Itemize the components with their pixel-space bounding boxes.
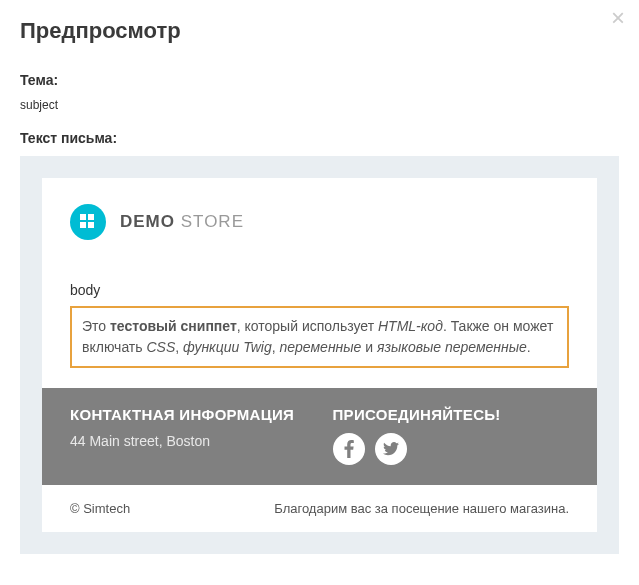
footer-social-col: ПРИСОЕДИНЯЙТЕСЬ! [333, 406, 570, 465]
email-body-text: body [70, 282, 569, 298]
svg-rect-0 [80, 214, 86, 220]
social-icons [333, 433, 570, 465]
footer-contact-address: 44 Main street, Boston [70, 433, 307, 449]
snippet-box: Это тестовый сниппет, который использует… [70, 306, 569, 368]
facebook-icon[interactable] [333, 433, 365, 465]
svg-rect-1 [88, 214, 94, 220]
email-content: DEMO STORE body Это тестовый сниппет, ко… [42, 178, 597, 388]
logo-text: DEMO STORE [120, 212, 244, 232]
subject-value: subject [20, 98, 619, 112]
snippet-text: Это [82, 318, 110, 334]
footer-contact-heading: КОНТАКТНАЯ ИНФОРМАЦИЯ [70, 406, 307, 423]
snippet-italic: языковые переменные [377, 339, 527, 355]
logo-text-bold: DEMO [120, 212, 175, 231]
modal-body: Тема: subject Текст письма: DEMO STORE b… [0, 58, 639, 554]
email-copyright-row: © Simtech Благодарим вас за посещение на… [42, 485, 597, 532]
snippet-text: , который использует [237, 318, 378, 334]
logo-text-light: STORE [175, 212, 244, 231]
footer-contact-col: КОНТАКТНАЯ ИНФОРМАЦИЯ 44 Main street, Bo… [70, 406, 307, 465]
snippet-italic: CSS [146, 339, 175, 355]
logo-icon [70, 204, 106, 240]
body-label: Текст письма: [20, 130, 619, 146]
snippet-italic: HTML-код [378, 318, 443, 334]
subject-label: Тема: [20, 72, 619, 88]
modal-header: Предпросмотр × [0, 0, 639, 58]
copyright-text: © Simtech [70, 501, 130, 516]
snippet-text: и [361, 339, 377, 355]
thanks-text: Благодарим вас за посещение нашего магаз… [274, 501, 569, 516]
modal-title: Предпросмотр [20, 18, 619, 44]
snippet-bold: тестовый сниппет [110, 318, 237, 334]
twitter-icon[interactable] [375, 433, 407, 465]
grid-icon [80, 214, 96, 230]
svg-rect-3 [88, 222, 94, 228]
snippet-italic: функции Twig [183, 339, 272, 355]
email-footer: КОНТАКТНАЯ ИНФОРМАЦИЯ 44 Main street, Bo… [42, 388, 597, 485]
snippet-text: , [272, 339, 280, 355]
snippet-text: . [527, 339, 531, 355]
footer-social-heading: ПРИСОЕДИНЯЙТЕСЬ! [333, 406, 570, 423]
email-preview-wrapper: DEMO STORE body Это тестовый сниппет, ко… [20, 156, 619, 554]
svg-rect-2 [80, 222, 86, 228]
snippet-italic: переменные [280, 339, 362, 355]
snippet-text: , [175, 339, 183, 355]
close-icon[interactable]: × [611, 6, 625, 30]
email-logo-row: DEMO STORE [70, 204, 569, 240]
